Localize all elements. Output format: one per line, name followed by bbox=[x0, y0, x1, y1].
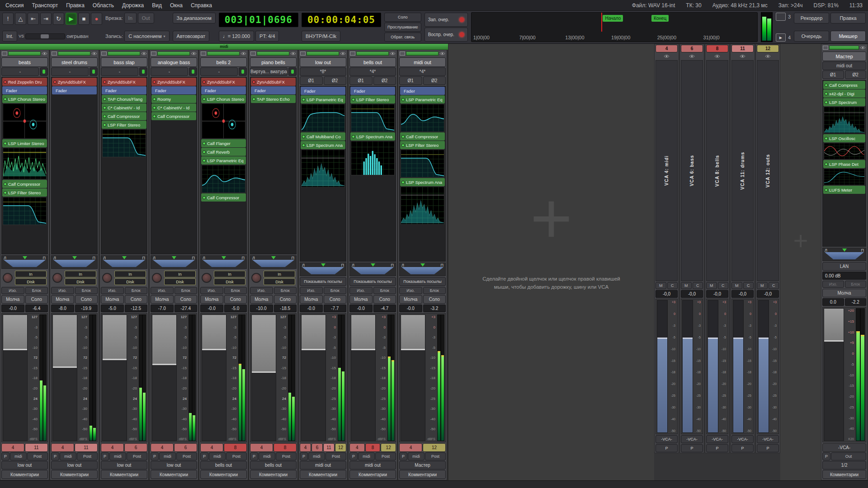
input-button[interactable]: *8* bbox=[300, 67, 346, 76]
tab-editor[interactable]: Правка bbox=[830, 13, 866, 23]
spectrum-display[interactable] bbox=[401, 187, 444, 225]
gain-fader[interactable] bbox=[52, 314, 77, 441]
vca-assign-12-button[interactable]: 12 bbox=[381, 443, 396, 452]
input-button[interactable]: midi out bbox=[822, 61, 866, 70]
vca-number-button[interactable]: 12 bbox=[757, 45, 779, 52]
vca-p-button[interactable]: P bbox=[656, 444, 678, 452]
pan-widget[interactable]: Л П bbox=[349, 263, 396, 276]
vca-p-button[interactable]: P bbox=[731, 444, 754, 452]
strip-name-button[interactable]: steel drums bbox=[51, 57, 98, 67]
midi-input-icon[interactable] bbox=[239, 67, 247, 76]
hide-strip-icon[interactable] bbox=[42, 52, 47, 56]
record-arm-button[interactable] bbox=[202, 273, 212, 283]
solo-iso-button[interactable]: Изо. bbox=[51, 287, 74, 294]
width-toggle-icon[interactable] bbox=[250, 52, 256, 56]
monitor-disk-button[interactable]: Disk bbox=[214, 278, 245, 285]
eq-display[interactable] bbox=[202, 165, 245, 193]
vca-assign-11-button[interactable]: 11 bbox=[25, 443, 48, 452]
monitor-disk-button[interactable]: Disk bbox=[114, 278, 146, 285]
eq-display[interactable] bbox=[401, 104, 444, 132]
solo-lock-button[interactable]: Блок bbox=[25, 287, 48, 294]
strip-color-bar[interactable] bbox=[829, 46, 859, 50]
group-button[interactable]: midi bbox=[10, 452, 27, 460]
end-marker[interactable]: Конец bbox=[651, 15, 669, 22]
strip-color-bar[interactable] bbox=[207, 52, 240, 56]
processor-fader[interactable]: Fader bbox=[251, 86, 296, 94]
vca-p-button[interactable]: P bbox=[757, 444, 779, 452]
processor-green[interactable]: LSP Chorus Stereo bbox=[201, 95, 246, 103]
vca-assign-8-button[interactable]: 8 bbox=[224, 443, 247, 452]
vca-gain-display[interactable]: -0,0 bbox=[731, 290, 754, 298]
processor-green[interactable]: LSP Filter Stereo bbox=[350, 95, 395, 103]
strip-name-button[interactable]: low out bbox=[300, 57, 346, 67]
filter-display[interactable] bbox=[401, 150, 444, 178]
processor-green[interactable]: LSP Limiter Stereo bbox=[2, 139, 47, 147]
vca-assign-8-button[interactable]: 8 bbox=[365, 443, 381, 452]
strip-name-button[interactable]: bass slap bbox=[101, 57, 147, 67]
output-button[interactable]: Мастер bbox=[399, 461, 446, 469]
vca-assign-4-button[interactable]: 4 bbox=[250, 443, 273, 452]
feedback-button[interactable]: Обрат. связь bbox=[384, 33, 421, 42]
midi-input-icon[interactable] bbox=[90, 67, 98, 76]
audition-button[interactable]: Прослушивание bbox=[384, 23, 421, 32]
processor-fader[interactable]: Fader bbox=[350, 87, 395, 95]
input-button[interactable]: - bbox=[1, 67, 39, 76]
gain-fader[interactable] bbox=[401, 314, 425, 441]
processor-box[interactable]: ZynAddSubFXFaderTAP Stereo Echo bbox=[250, 77, 297, 254]
processor-fader[interactable]: Fader bbox=[151, 86, 196, 94]
vca-assign-8-button[interactable]: 8 bbox=[274, 443, 297, 452]
pan-widget[interactable]: Л П bbox=[200, 255, 247, 269]
shuttle-handle[interactable] bbox=[41, 34, 49, 38]
solo-button[interactable]: Соло bbox=[423, 295, 446, 304]
gain-display[interactable]: -0.0 bbox=[399, 305, 422, 312]
solo-iso-button[interactable]: Изо. bbox=[822, 281, 844, 288]
vca-fader[interactable] bbox=[733, 300, 744, 433]
processor-green[interactable]: LSP Spectrum Ana bbox=[301, 141, 345, 149]
processor-fader[interactable]: Fader bbox=[2, 86, 47, 94]
peak-display[interactable]: -27.4 bbox=[175, 305, 198, 312]
vca-fader[interactable] bbox=[758, 300, 769, 433]
vca-mute-button[interactable]: М bbox=[706, 282, 717, 289]
solo-iso-button[interactable]: Изо. bbox=[200, 287, 223, 294]
vca-body[interactable]: VCA 11: drums bbox=[731, 60, 754, 281]
solo-button[interactable]: Соло bbox=[175, 295, 198, 304]
vca-assign-button[interactable]: -VCA- bbox=[681, 435, 703, 443]
group-button[interactable]: midi bbox=[60, 452, 76, 460]
vca-gain-display[interactable]: -0,0 bbox=[656, 290, 678, 298]
menu-item-7[interactable]: Справка bbox=[191, 2, 212, 9]
vca-solo-button[interactable]: С bbox=[769, 282, 779, 289]
processor-green[interactable]: LSP Phase Det bbox=[823, 160, 865, 168]
comments-button[interactable]: Комментарии bbox=[399, 470, 446, 479]
strip-color-bar[interactable] bbox=[58, 52, 90, 56]
vca-spill-icon[interactable] bbox=[689, 54, 695, 58]
solo-iso-button[interactable]: Изо. bbox=[300, 287, 323, 294]
vca-mute-button[interactable]: М bbox=[757, 282, 768, 289]
vca-spill-icon[interactable] bbox=[664, 54, 670, 58]
gain-display[interactable]: -0.0 bbox=[1, 305, 24, 312]
strip-name-button[interactable]: beats bbox=[1, 57, 48, 67]
vca-assign-12-button[interactable]: 12 bbox=[423, 443, 446, 452]
input-button[interactable]: Виртуа... виатура bbox=[250, 67, 288, 76]
output-button[interactable]: midi out bbox=[349, 461, 396, 469]
solo-lock-button[interactable]: Блок bbox=[324, 287, 347, 294]
phase-1-button[interactable]: Ø1 bbox=[300, 76, 323, 85]
processor-box[interactable]: Red Zeppelin DruFaderLSP Chorus StereoLS… bbox=[1, 77, 48, 254]
input-button[interactable]: *4* bbox=[399, 67, 446, 76]
processor-green[interactable]: LSP Spectrum Ana bbox=[350, 132, 395, 141]
solo-iso-button[interactable]: Изо. bbox=[1, 287, 24, 294]
record-arm-button[interactable] bbox=[102, 273, 112, 283]
strip-name-button[interactable]: piano bells bbox=[250, 57, 297, 67]
vca-assign-button[interactable]: -VCA- bbox=[822, 443, 866, 452]
pan-automation-button[interactable]: P bbox=[300, 452, 308, 460]
solo-lock-button[interactable]: Блок bbox=[373, 287, 396, 294]
phase-1-button[interactable]: Ø1 bbox=[399, 76, 422, 85]
gain-fader[interactable] bbox=[152, 314, 177, 441]
meter-point-button[interactable]: Out bbox=[831, 452, 866, 460]
pan-widget[interactable]: Л П bbox=[822, 248, 866, 261]
vca-body[interactable]: VCA 8: bells bbox=[706, 60, 728, 281]
processor-green[interactable]: TAP Stereo Echo bbox=[251, 95, 296, 103]
processor-green[interactable]: Roomy bbox=[151, 95, 196, 103]
gain-display[interactable]: 0.0 bbox=[822, 298, 844, 306]
solo-iso-button[interactable]: Изо. bbox=[399, 287, 422, 294]
vca-assign-4-button[interactable]: 4 bbox=[1, 443, 24, 452]
